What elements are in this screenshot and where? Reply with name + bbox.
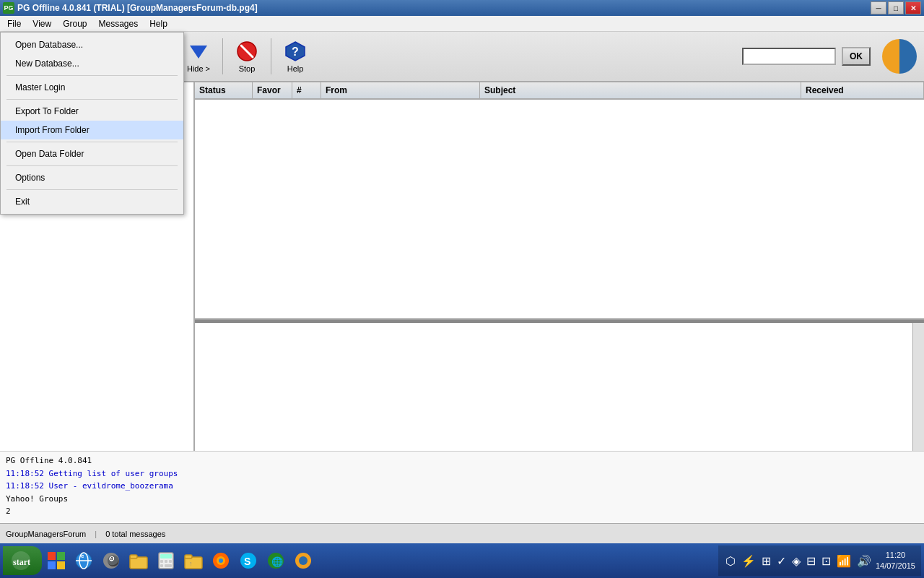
help-button[interactable]: ? Help — [274, 35, 316, 77]
taskbar-clock: 11:20 14/07/2015 — [876, 550, 915, 572]
taskbar-system-tray: ⬡ ⚡ ⊞ ✓ ◈ ⊟ ⊡ 📶 🔊 11:20 14/07/2015 — [718, 545, 921, 576]
menu-export-folder[interactable]: Export To Folder — [1, 102, 183, 121]
help-label: Help — [287, 64, 304, 73]
maximize-button[interactable]: □ — [888, 1, 904, 14]
svg-rect-38 — [165, 564, 172, 567]
tray-icon-5: ◈ — [790, 554, 802, 568]
menu-file[interactable]: File — [1, 16, 27, 31]
close-button[interactable]: ✕ — [905, 1, 921, 14]
svg-rect-22 — [48, 561, 56, 569]
right-panel: Status Favor # From Subject Received — [195, 82, 924, 451]
svg-rect-40 — [185, 555, 192, 558]
preview-scrollbar[interactable] — [912, 323, 924, 451]
svg-rect-20 — [48, 552, 56, 560]
message-count: 0 total messages — [105, 530, 165, 538]
tray-icon-2: ⚡ — [740, 554, 757, 568]
taskbar-calculator-icon[interactable] — [153, 548, 179, 574]
separator-5 — [6, 189, 178, 190]
separator-1 — [6, 75, 178, 76]
start-button[interactable]: start — [3, 546, 42, 575]
svg-text:?: ? — [292, 46, 299, 58]
hide-label: Hide > — [187, 64, 210, 73]
taskbar-ie-icon[interactable]: e — [71, 548, 97, 574]
svg-rect-21 — [57, 552, 65, 560]
col-favor[interactable]: Favor — [253, 82, 292, 98]
svg-rect-33 — [160, 554, 172, 558]
menu-new-database[interactable]: New Database... — [1, 54, 183, 73]
tray-icon-6: ⊟ — [805, 554, 817, 568]
ok-button[interactable]: OK — [842, 47, 871, 66]
svg-text:↑: ↑ — [189, 560, 193, 567]
stop-label: Stop — [239, 64, 256, 73]
svg-text:🎱: 🎱 — [107, 555, 120, 567]
menu-help[interactable]: Help — [144, 16, 173, 31]
svg-text:S: S — [244, 556, 250, 567]
message-list — [195, 100, 924, 318]
menu-group[interactable]: Group — [57, 16, 92, 31]
title-bar-left: PG PG Offline 4.0.841 (TRIAL) [GroupMana… — [3, 2, 258, 14]
separator-3 — [6, 142, 178, 142]
col-from[interactable]: From — [321, 82, 480, 98]
taskbar-pg-icon[interactable] — [290, 548, 316, 574]
menu-open-data-folder[interactable]: Open Data Folder — [1, 144, 183, 163]
taskbar-windows-icon[interactable] — [43, 548, 69, 574]
taskbar-icon-9[interactable]: 🌐 — [263, 548, 289, 574]
menu-messages[interactable]: Messages — [93, 16, 144, 31]
message-list-header: Status Favor # From Subject Received — [195, 82, 924, 100]
taskbar-folder-icon[interactable] — [126, 548, 152, 574]
menu-master-login[interactable]: Master Login — [1, 78, 183, 97]
minimize-button[interactable]: ─ — [871, 1, 886, 14]
file-dropdown-menu: Open Database... New Database... Master … — [0, 32, 184, 215]
preview-pane — [195, 321, 924, 451]
log-line-4: 2 — [6, 505, 918, 518]
pg-logo — [882, 39, 917, 74]
taskbar-skype-icon[interactable]: S — [235, 548, 261, 574]
svg-text:start: start — [13, 557, 30, 567]
taskbar-folder2-icon[interactable]: ↑ — [180, 548, 206, 574]
bottom-separator: | — [95, 530, 97, 538]
tray-volume-icon[interactable]: 🔊 — [855, 554, 873, 568]
hide-icon — [187, 40, 210, 63]
app-icon: PG — [3, 2, 14, 14]
svg-point-44 — [219, 558, 223, 563]
svg-rect-35 — [165, 560, 167, 563]
svg-rect-37 — [160, 564, 163, 567]
col-subject[interactable]: Subject — [480, 82, 801, 98]
svg-marker-13 — [190, 46, 207, 59]
col-number[interactable]: # — [292, 82, 321, 98]
separator-4 — [6, 165, 178, 166]
menu-open-database[interactable]: Open Database... — [1, 35, 183, 54]
log-line-2: 11:18:52 User - evildrome_boozerama — [6, 480, 918, 493]
bottom-bar: GroupManagersForum | 0 total messages — [0, 523, 924, 543]
taskbar-icon-3[interactable]: 🎱 — [98, 548, 124, 574]
tray-icon-4: ✓ — [775, 554, 788, 568]
svg-rect-23 — [57, 561, 65, 569]
taskbar: start e 🎱 — [0, 543, 924, 578]
toolbar-separator-1 — [222, 38, 223, 74]
search-input[interactable] — [742, 48, 836, 65]
title-bar: PG PG Offline 4.0.841 (TRIAL) [GroupMana… — [0, 0, 924, 16]
svg-text:e: e — [81, 553, 84, 559]
menu-import-folder[interactable]: Import From Folder — [1, 121, 183, 139]
menu-bar: File View Group Messages Help — [0, 16, 924, 32]
taskbar-firefox-icon[interactable] — [208, 548, 234, 574]
col-received[interactable]: Received — [801, 82, 924, 98]
svg-rect-31 — [130, 555, 137, 558]
log-line-1: 11:18:52 Getting list of user groups — [6, 467, 918, 480]
separator-2 — [6, 99, 178, 100]
menu-options[interactable]: Options — [1, 168, 183, 187]
title-bar-controls: ─ □ ✕ — [871, 1, 921, 14]
tray-icon-7: ⊡ — [820, 554, 832, 568]
log-line-3: Yahoo! Groups — [6, 493, 918, 506]
tray-icon-8: 📶 — [835, 554, 853, 568]
svg-rect-36 — [169, 560, 172, 563]
tray-dropbox-icon: ⬡ — [724, 554, 737, 568]
log-app-name: PG Offline 4.0.841 — [6, 454, 918, 467]
stop-icon — [235, 40, 258, 63]
svg-point-50 — [299, 556, 308, 565]
menu-view[interactable]: View — [27, 16, 57, 31]
toolbar-right: OK — [742, 39, 917, 74]
col-status[interactable]: Status — [195, 82, 253, 98]
stop-button[interactable]: Stop — [226, 35, 268, 77]
menu-exit[interactable]: Exit — [1, 192, 183, 211]
